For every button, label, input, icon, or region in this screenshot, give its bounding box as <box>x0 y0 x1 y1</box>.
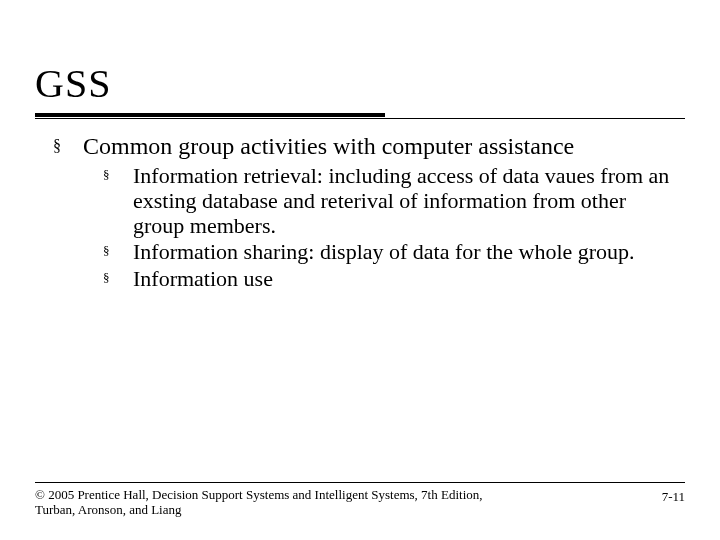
bullet-text: Common group activities with computer as… <box>83 133 685 161</box>
bullet-level1: § Common group activities with computer … <box>53 133 685 161</box>
sub-bullet-group: § Information retrieval: including acces… <box>103 163 685 291</box>
bullet-level2: § Information retrieval: including acces… <box>103 163 685 239</box>
bullet-text: Information retrieval: including access … <box>133 163 685 239</box>
bullet-text: Information sharing: display of data for… <box>133 239 685 264</box>
square-bullet-icon: § <box>103 266 133 291</box>
bullet-text: Information use <box>133 266 685 291</box>
square-bullet-icon: § <box>103 239 133 264</box>
title-rule-thick <box>35 113 385 117</box>
footer: © 2005 Prentice Hall, Decision Support S… <box>35 482 685 518</box>
page-number: 7-11 <box>662 487 685 505</box>
slide: GSS § Common group activities with compu… <box>0 0 720 540</box>
footer-rule <box>35 482 685 483</box>
copyright-text: © 2005 Prentice Hall, Decision Support S… <box>35 487 515 518</box>
content-area: § Common group activities with computer … <box>35 133 685 291</box>
slide-title: GSS <box>35 60 685 107</box>
title-rule-thin <box>35 118 685 119</box>
bullet-level2: § Information use <box>103 266 685 291</box>
square-bullet-icon: § <box>103 163 133 239</box>
square-bullet-icon: § <box>53 133 83 161</box>
footer-row: © 2005 Prentice Hall, Decision Support S… <box>35 487 685 518</box>
bullet-level2: § Information sharing: display of data f… <box>103 239 685 264</box>
